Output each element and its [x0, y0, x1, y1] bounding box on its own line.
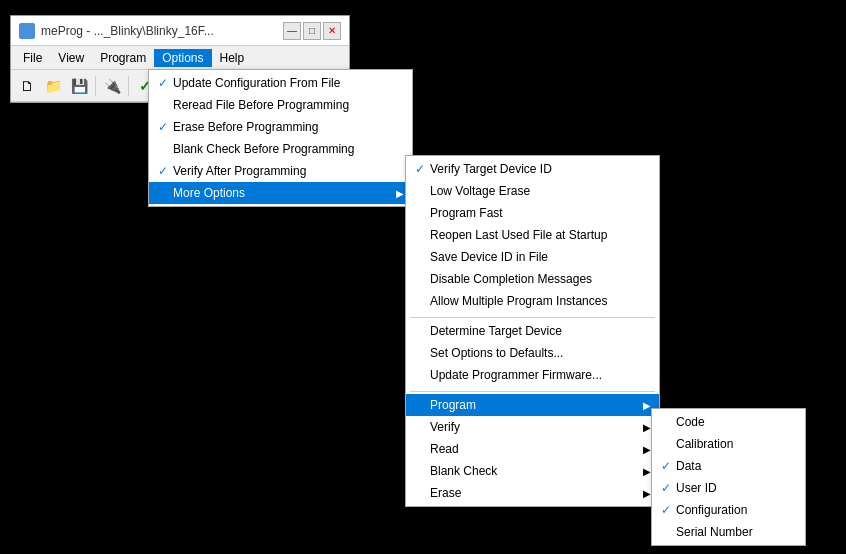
menu-update-firmware[interactable]: Update Programmer Firmware...: [406, 364, 659, 386]
label-program-sub: Program: [430, 398, 639, 412]
menu-options[interactable]: Options: [154, 49, 211, 67]
menu-bar: File View Program Options Help: [11, 46, 349, 70]
label-disable-completion: Disable Completion Messages: [430, 272, 639, 286]
menu-erase-sub[interactable]: Erase ▶: [406, 482, 659, 504]
menu-save-device-id[interactable]: Save Device ID in File: [406, 246, 659, 268]
menu-determine-target[interactable]: Determine Target Device: [406, 320, 659, 342]
separator2: [406, 386, 659, 394]
menu-low-voltage[interactable]: Low Voltage Erase: [406, 180, 659, 202]
menu-set-defaults[interactable]: Set Options to Defaults...: [406, 342, 659, 364]
title-bar: meProg - ..._Blinky\Blinky_16F... — □ ✕: [11, 16, 349, 46]
label-determine-target: Determine Target Device: [430, 324, 639, 338]
menu-disable-completion[interactable]: Disable Completion Messages: [406, 268, 659, 290]
label-erase-before: Erase Before Programming: [173, 120, 392, 134]
label-code: Code: [676, 415, 801, 429]
label-blank-check-sub: Blank Check: [430, 464, 639, 478]
toolbar-sep2: [128, 76, 129, 96]
menu-verify-target[interactable]: ✓ Verify Target Device ID: [406, 158, 659, 180]
check-configuration: ✓: [656, 503, 676, 517]
menu-update-config[interactable]: ✓ Update Configuration From File: [149, 72, 412, 94]
menu-verify-after[interactable]: ✓ Verify After Programming: [149, 160, 412, 182]
options-menu: ✓ Update Configuration From File Reread …: [148, 69, 413, 207]
more-options-menu: ✓ Verify Target Device ID Low Voltage Er…: [405, 155, 660, 507]
label-calibration: Calibration: [676, 437, 801, 451]
check-erase-before: ✓: [153, 120, 173, 134]
label-save-device-id: Save Device ID in File: [430, 250, 639, 264]
label-reopen-last: Reopen Last Used File at Startup: [430, 228, 639, 242]
maximize-button[interactable]: □: [303, 22, 321, 40]
label-user-id: User ID: [676, 481, 801, 495]
separator1: [406, 312, 659, 320]
menu-verify-sub[interactable]: Verify ▶: [406, 416, 659, 438]
label-read-sub: Read: [430, 442, 639, 456]
toolbar-save[interactable]: 💾: [67, 74, 91, 98]
app-icon: [19, 23, 35, 39]
check-user-id: ✓: [656, 481, 676, 495]
menu-code[interactable]: Code: [652, 411, 805, 433]
label-data: Data: [676, 459, 801, 473]
check-verify-target: ✓: [410, 162, 430, 176]
toolbar-sep1: [95, 76, 96, 96]
menu-program-sub[interactable]: Program ▶: [406, 394, 659, 416]
program-submenu: Code Calibration ✓ Data ✓ User ID ✓ Conf…: [651, 408, 806, 546]
menu-file[interactable]: File: [15, 49, 50, 67]
menu-blank-check-sub[interactable]: Blank Check ▶: [406, 460, 659, 482]
menu-reopen-last[interactable]: Reopen Last Used File at Startup: [406, 224, 659, 246]
menu-read-sub[interactable]: Read ▶: [406, 438, 659, 460]
label-reread-file: Reread File Before Programming: [173, 98, 392, 112]
label-verify-sub: Verify: [430, 420, 639, 434]
label-blank-check: Blank Check Before Programming: [173, 142, 392, 156]
label-verify-after: Verify After Programming: [173, 164, 392, 178]
close-button[interactable]: ✕: [323, 22, 341, 40]
label-low-voltage: Low Voltage Erase: [430, 184, 639, 198]
menu-more-options[interactable]: More Options ▶: [149, 182, 412, 204]
menu-reread-file[interactable]: Reread File Before Programming: [149, 94, 412, 116]
label-configuration: Configuration: [676, 503, 801, 517]
toolbar-new[interactable]: 🗋: [15, 74, 39, 98]
label-serial-number: Serial Number: [676, 525, 801, 539]
label-update-config: Update Configuration From File: [173, 76, 392, 90]
label-allow-multiple: Allow Multiple Program Instances: [430, 294, 639, 308]
label-verify-target: Verify Target Device ID: [430, 162, 639, 176]
label-more-options: More Options: [173, 186, 392, 200]
menu-allow-multiple[interactable]: Allow Multiple Program Instances: [406, 290, 659, 312]
menu-data[interactable]: ✓ Data: [652, 455, 805, 477]
menu-program-fast[interactable]: Program Fast: [406, 202, 659, 224]
menu-help[interactable]: Help: [212, 49, 253, 67]
menu-configuration[interactable]: ✓ Configuration: [652, 499, 805, 521]
menu-calibration[interactable]: Calibration: [652, 433, 805, 455]
toolbar-open[interactable]: 📁: [41, 74, 65, 98]
window-title: meProg - ..._Blinky\Blinky_16F...: [41, 24, 214, 38]
label-set-defaults: Set Options to Defaults...: [430, 346, 639, 360]
menu-program[interactable]: Program: [92, 49, 154, 67]
window-controls: — □ ✕: [283, 22, 341, 40]
menu-user-id[interactable]: ✓ User ID: [652, 477, 805, 499]
menu-erase-before[interactable]: ✓ Erase Before Programming: [149, 116, 412, 138]
menu-view[interactable]: View: [50, 49, 92, 67]
check-verify-after: ✓: [153, 164, 173, 178]
label-update-firmware: Update Programmer Firmware...: [430, 368, 639, 382]
check-data: ✓: [656, 459, 676, 473]
label-erase-sub: Erase: [430, 486, 639, 500]
minimize-button[interactable]: —: [283, 22, 301, 40]
check-update-config: ✓: [153, 76, 173, 90]
toolbar-reconnect[interactable]: 🔌: [100, 74, 124, 98]
menu-blank-check[interactable]: Blank Check Before Programming: [149, 138, 412, 160]
menu-serial-number[interactable]: Serial Number: [652, 521, 805, 543]
label-program-fast: Program Fast: [430, 206, 639, 220]
